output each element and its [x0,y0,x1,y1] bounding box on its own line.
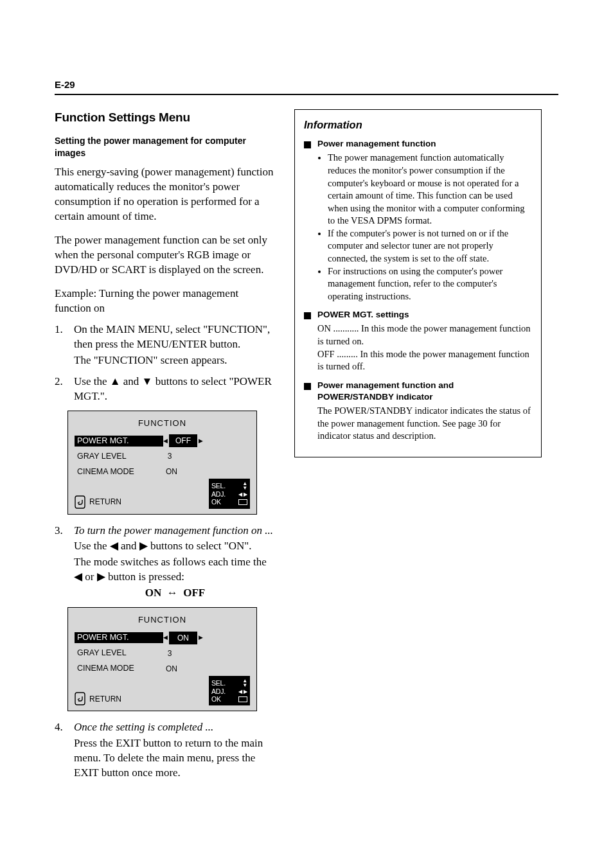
osd-screen-b: FUNCTION POWER MGT. ◀ ON ▶ GRAY LEVEL 3 [67,607,257,711]
square-bullet-icon [304,312,311,319]
body-paragraph: The power management function can be set… [55,233,276,278]
left-arrow-icon: ◀ [163,635,168,641]
osd-nav-block: SEL.▲▼ ADJ.◀▶ OK [209,479,250,509]
info-setting-off: OFF ......... In this mode the power man… [317,348,532,373]
osd-selected-value: OFF [169,434,197,447]
step-text: Use the ▲ and ▼ buttons to select "POWER… [74,375,276,404]
osd-row-label: CINEMA MODE [75,466,163,477]
step-text: The "FUNCTION" screen appears. [74,353,276,368]
osd-row-label: GRAY LEVEL [75,451,163,462]
toggle-sequence: ON ↔ OFF [74,586,276,601]
osd-value-text: 3 [163,647,176,660]
osd-return-label: RETURN [89,497,121,507]
osd-row[interactable]: POWER MGT. ◀ OFF ▶ [75,434,250,448]
left-column: Function Settings Menu Setting the power… [55,109,276,787]
osd-row-label: CINEMA MODE [75,663,163,674]
osd-title: FUNCTION [75,614,250,626]
info-bullet: POWER MGT. settings ON ........... In th… [304,309,532,373]
osd-screen-a: FUNCTION POWER MGT. ◀ OFF ▶ GRAY LEVEL [67,411,257,515]
step-number: 2. [55,375,69,404]
step-4: 4. Once the setting is completed ... Pre… [55,720,276,781]
osd-return[interactable]: RETURN [75,495,121,509]
step-text: Once the setting is completed ... [74,720,276,735]
info-point: For instructions on using the computer's… [328,265,532,303]
info-body: The POWER/STANDBY indicator indicates th… [317,405,532,443]
step-number: 4. [55,720,69,781]
info-setting-on: ON ........... In this mode the power ma… [317,323,532,348]
right-column: Information Power management function Th… [294,109,542,457]
ok-box-icon [238,696,247,702]
step-3: 3. To turn the power management function… [55,524,276,601]
osd-row-value: ◀ ON ▶ [163,632,203,644]
info-point: If the computer's power is not turned on… [328,227,532,265]
square-bullet-icon [304,141,311,148]
horizontal-rule [55,94,558,95]
step-text: To turn the power management function on… [74,524,276,538]
section-heading: Function Settings Menu [55,109,276,126]
step-text: The mode switches as follows each time t… [74,555,276,585]
square-bullet-icon [304,383,311,390]
osd-row-label: POWER MGT. [75,632,163,643]
svg-rect-0 [75,496,85,508]
osd-row-label: POWER MGT. [75,436,163,447]
left-arrow-icon: ◀ [163,438,168,444]
osd-value-text: ON [163,662,180,675]
ok-box-icon [238,499,247,505]
return-icon [75,692,85,705]
osd-row-value: ON [163,465,180,478]
osd-title: FUNCTION [75,418,250,429]
osd-value-text: 3 [163,450,176,463]
step-number: 3. [55,524,69,601]
step-text: Press the EXIT button to return to the m… [74,736,276,781]
info-subtitle: Power management function and POWER/STAN… [317,380,532,403]
example-label: Example: Turning the power management fu… [55,287,276,316]
info-point: The power management function automatica… [328,152,532,227]
svg-rect-1 [75,693,85,705]
step-1: 1. On the MAIN MENU, select "FUNCTION", … [55,323,276,368]
osd-nav-block: SEL.▲▼ ADJ.◀▶ OK [209,676,250,706]
info-heading: Information [304,118,532,132]
info-subtitle: Power management function [317,138,532,150]
osd-row-value: 3 [163,450,176,463]
step-text: Use the ◀ and ▶ buttons to select "ON". [74,539,276,554]
osd-row[interactable]: POWER MGT. ◀ ON ▶ [75,631,250,645]
page-number: E-29 [55,78,75,91]
osd-return[interactable]: RETURN [75,692,121,705]
step-2: 2. Use the ▲ and ▼ buttons to select "PO… [55,375,276,404]
step-text: On the MAIN MENU, select "FUNCTION", the… [74,323,276,352]
body-paragraph: This energy-saving (power management) fu… [55,165,276,224]
info-subtitle: POWER MGT. settings [317,309,532,321]
info-bullet: Power management function and POWER/STAN… [304,380,532,443]
step-number: 1. [55,323,69,368]
osd-row[interactable]: CINEMA MODE ON [75,662,250,676]
osd-row[interactable]: GRAY LEVEL 3 [75,646,250,660]
osd-row-label: GRAY LEVEL [75,648,163,659]
osd-row-value: 3 [163,647,176,660]
osd-selected-value: ON [169,632,197,644]
toggle-off: OFF [183,587,205,599]
lede-text: Setting the power management for compute… [55,135,276,159]
right-arrow-icon: ▶ [199,438,203,444]
osd-row[interactable]: CINEMA MODE ON [75,465,250,479]
osd-row-value: ON [163,662,180,675]
right-arrow-icon: ▶ [199,635,203,641]
osd-return-label: RETURN [89,694,121,704]
info-bullet: Power management function The power mana… [304,138,532,303]
toggle-on: ON [145,587,162,599]
osd-row-value: ◀ OFF ▶ [163,434,203,447]
return-icon [75,495,85,509]
osd-row[interactable]: GRAY LEVEL 3 [75,449,250,463]
osd-value-text: ON [163,465,180,478]
information-box: Information Power management function Th… [294,109,542,457]
